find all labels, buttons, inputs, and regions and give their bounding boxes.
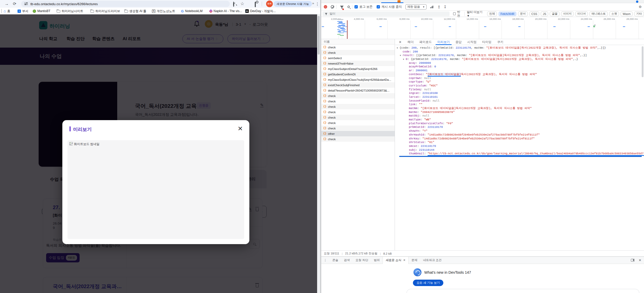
filter-chip[interactable]: CSS [529,12,539,16]
json-line[interactable]: curriculum: "HSC" [395,84,644,88]
page-scrollbar[interactable] [317,14,320,293]
request-row[interactable]: {}check [321,109,395,115]
request-row[interactable]: {}check [321,126,395,131]
json-line[interactable]: acayPrbmCatId: 0 [395,65,644,69]
json-line[interactable]: matNm: "[화이트보드 데이터없음]독서(2022개정 교육과정), 독서… [395,106,644,110]
close-icon[interactable]: × [238,123,243,134]
json-line[interactable]: coprOwn: null [395,76,644,80]
json-line[interactable]: matNo: "260427100959020878" [395,110,644,114]
json-line[interactable]: matType: "WB" [395,118,644,122]
detail-tab-타이밍[interactable]: 타이밍 [479,39,494,45]
request-row[interactable]: {}check [321,120,395,126]
extensions-icon[interactable] [255,2,256,7]
drawer-tab-네트워크 조건[interactable]: 네트워크 조건 [420,257,444,264]
json-line[interactable]: lessonPlanId: null [395,99,644,103]
json-line[interactable]: coprType: "U" [395,80,644,84]
expand-arrow-icon[interactable]: ▼ [400,54,403,58]
filter-chip[interactable]: 기타 [634,12,644,16]
drawer-tab-범위[interactable]: 범위 [371,257,383,264]
detail-tab-페이로드[interactable]: 페이로드 [417,39,435,45]
request-row[interactable]: {}check [321,50,395,55]
json-line[interactable]: shrKey: "14d1a0bc72d80826e88f294be0feb25… [395,137,644,141]
network-overview-timeline[interactable]: 2,000 ms4,000 ms6,000 ms8,000 ms10,000 m… [321,17,644,39]
bookmark-item[interactable]: DDDevDay - 개발자... [245,9,276,13]
whats-new-card[interactable] [406,289,639,293]
network-conditions-icon[interactable] [430,6,433,8]
json-line[interactable]: matObj: null [395,114,644,118]
bookmark-item[interactable]: 하이러닝드라이브 [90,9,120,13]
detail-tab-쿠키[interactable]: 쿠키 [494,39,506,45]
request-row[interactable]: {}newest3?noti=false [321,61,395,66]
filter-chip[interactable]: 매니페스트 [589,12,608,16]
request-row[interactable]: {}getStudentConfirmDt [321,72,395,77]
json-line[interactable]: shrHashId: "14d1a0bc72d80826e88f294be0fe… [395,133,644,137]
disable-cache-checkbox[interactable]: ✓ [377,5,380,8]
filter-chip[interactable]: 문서 [518,12,528,16]
request-row[interactable]: {}check [321,104,395,109]
request-row[interactable]: {}myClassSubjectDetail?subjSeq=6266 [321,66,395,72]
request-row[interactable]: {}detail?lessonPlanId=260427100959020873… [321,88,395,93]
json-line[interactable]: ▼0: {prbmCatId: 223110170, matNm: "[화이트보… [395,57,644,61]
detail-tab-헤더[interactable]: 헤더 [405,39,417,45]
filter-chip[interactable]: 전체 [487,12,497,16]
import-har-icon[interactable]: ↥ [437,5,440,9]
drawer-tab-새로운 소식[interactable]: 새로운 소식✕ [383,257,409,264]
request-row[interactable]: {}check [321,115,395,120]
request-row[interactable]: {}existCheckSubjFinished [321,82,395,88]
request-row[interactable]: {}check [321,93,395,99]
filter-chip[interactable]: JS [541,12,548,16]
json-line[interactable]: ▼result: [{prbmCatId: 223110170, matNm: … [395,54,644,57]
invert-checkbox[interactable] [453,12,456,15]
detail-tab-미리보기[interactable]: 미리보기 [435,39,453,45]
browser-menu-icon[interactable]: ⋮ [315,1,319,7]
bookmarks-overflow-icon[interactable]: » [312,1,314,5]
site-settings-icon[interactable] [24,2,28,5]
json-line[interactable]: ar: 2000001 [395,69,644,73]
throttling-dropdown[interactable]: 제한 없음▼ [405,4,427,10]
request-row[interactable]: {}check [321,136,395,142]
filter-chip[interactable]: Wasm [621,12,633,16]
export-har-icon[interactable]: ↧ [444,5,447,9]
bookmark-item[interactable]: 1부서 [18,9,28,13]
address-bar[interactable]: tb-edu.ontactedu.co.kr/myclass/6266/lect… [21,1,230,7]
json-line[interactable]: showYn: "Y" [395,129,644,133]
json-line[interactable]: thumbnail: "https://tb-nct.ontactedu.co.… [395,152,644,156]
json-line[interactable]: link: "" [395,103,644,106]
expand-arrow-icon[interactable]: ▼ [403,58,406,61]
clear-icon[interactable] [331,5,334,8]
profile-avatar[interactable]: 원희 [266,1,273,7]
detail-tab-시작점[interactable]: 시작점 [464,39,479,45]
reload-icon[interactable]: ⟳ [13,1,16,7]
drawer-tab-검색[interactable]: 검색 [341,257,353,264]
preserve-log-checkbox[interactable]: ✓ [354,5,358,8]
request-row[interactable]: {}check [321,99,395,104]
json-line[interactable]: subj: 223110144 [395,148,644,152]
name-column-header[interactable]: 이름 [321,39,395,45]
settings-gear-icon[interactable]: ⚙ [639,5,642,9]
filter-chip[interactable]: 이미지 [561,12,574,16]
filter-chip[interactable]: 소켓 [609,12,619,16]
request-row[interactable]: {}other [321,131,395,136]
json-line[interactable]: acay: 2000000 [395,61,644,65]
new-chrome-button[interactable]: 새로운 Chrome 사용 가능 [274,1,312,7]
search-icon[interactable] [348,6,350,8]
filter-funnel-icon[interactable] [340,6,344,8]
json-line[interactable]: ▼{code: 200, result: [{prbmCatId: 223110… [395,46,644,50]
preserve-log-label[interactable]: 로그 보존 [359,5,372,9]
drawer-tab-문제[interactable]: 문제 [409,257,420,264]
json-line[interactable]: fileSeq: null [395,88,644,92]
preview-scrollbar-thumb[interactable] [642,46,643,77]
dock-icon[interactable] [631,259,634,262]
bookmark-item[interactable]: GNotebookLM [181,9,202,13]
request-row[interactable]: {}check [321,45,395,50]
url-text[interactable]: tb-edu.ontactedu.co.kr/myclass/6266/lect… [30,2,98,6]
request-row[interactable]: {}semSelect [321,55,395,61]
filter-chip[interactable]: 글꼴 [550,12,560,16]
bookmark-item[interactable]: Napkin AI - The vis... [209,9,242,13]
forward-icon[interactable]: → [5,1,9,7]
bookmark-item[interactable]: 하이러닝사이트 [57,9,83,13]
close-drawer-icon[interactable]: ✕ [639,258,641,262]
request-row[interactable]: {}myClassSubjectClass?subjSeq=6266&start… [321,77,395,82]
bookmark-star-icon[interactable]: ☆ [240,1,244,7]
json-line[interactable]: contDesc: "[화이트보드 데이터없음]독서(2022개정 교육과정),… [395,73,644,76]
